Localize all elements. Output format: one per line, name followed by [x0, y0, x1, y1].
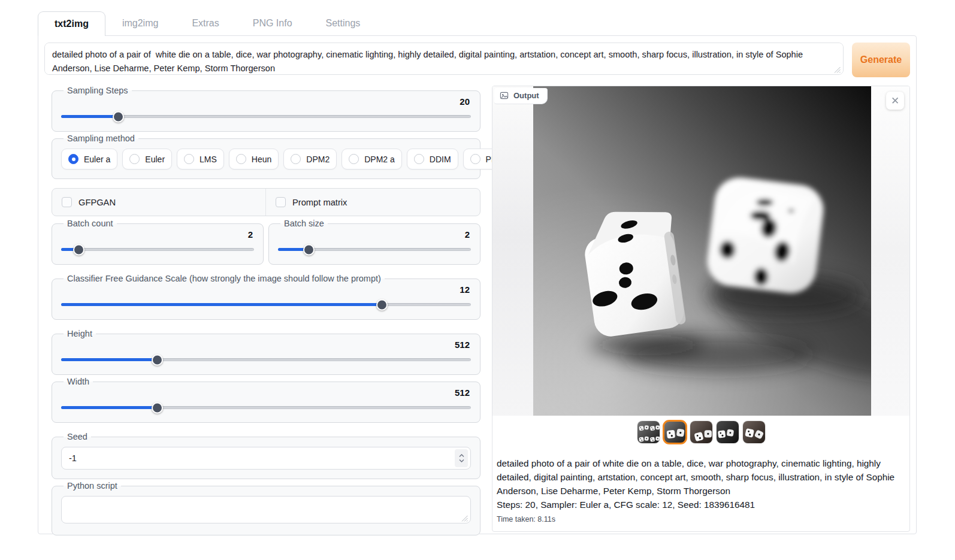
output-panel: Output ✕ — [492, 86, 910, 532]
radio-icon — [236, 154, 246, 164]
tab-img2img[interactable]: img2img — [105, 11, 175, 35]
radio-icon — [470, 154, 480, 164]
checkbox-icon — [276, 197, 286, 207]
thumbnail-row — [492, 416, 909, 449]
height-label: Height — [64, 329, 96, 338]
output-gallery: Output ✕ — [492, 86, 909, 416]
python-script-input[interactable] — [61, 496, 471, 523]
radio-dpm2[interactable]: DPM2 — [283, 149, 337, 169]
sampling-steps-slider[interactable] — [61, 111, 471, 122]
radio-icon — [414, 154, 424, 164]
spinner-down-icon[interactable] — [459, 459, 464, 462]
output-prompt-text: detailed photo of a pair of white die on… — [497, 457, 905, 498]
image-icon — [500, 91, 509, 100]
gfpgan-checkbox[interactable]: GFPGAN — [52, 189, 266, 216]
tab-png-info[interactable]: PNG Info — [236, 11, 309, 35]
seed-group: Seed — [52, 432, 480, 479]
slider-thumb[interactable] — [376, 299, 388, 310]
output-params-text: Steps: 20, Sampler: Euler a, CFG scale: … — [497, 498, 905, 512]
slider-thumb[interactable] — [303, 244, 315, 255]
slider-thumb[interactable] — [113, 111, 124, 122]
prompt-row: detailed photo of a pair of white die on… — [44, 43, 910, 77]
radio-euler[interactable]: Euler — [122, 149, 172, 169]
main-container: detailed photo of a pair of white die on… — [38, 35, 917, 534]
sampling-steps-value: 20 — [61, 96, 470, 107]
output-caption: detailed photo of a pair of white die on… — [492, 449, 909, 531]
thumbnail-5[interactable] — [743, 421, 765, 443]
sampling-steps-group: Sampling Steps 20 — [52, 86, 480, 132]
radio-dpm2-a[interactable]: DPM2 a — [341, 149, 402, 169]
resize-handle-icon[interactable] — [461, 515, 468, 522]
batch-size-slider[interactable] — [278, 244, 471, 255]
slider-thumb[interactable] — [152, 402, 163, 413]
number-stepper-icons[interactable] — [455, 449, 468, 467]
radio-label: LMS — [200, 155, 217, 164]
batch-size-group: Batch size 2 — [268, 219, 480, 265]
radio-icon — [129, 154, 140, 164]
gfpgan-label: GFPGAN — [78, 198, 116, 207]
tab-settings[interactable]: Settings — [309, 11, 377, 35]
height-value: 512 — [61, 340, 470, 350]
batch-count-label: Batch count — [64, 219, 117, 228]
settings-column: Sampling Steps 20 Sampling method Euler … — [44, 86, 480, 535]
radio-icon — [349, 154, 359, 164]
generated-image[interactable] — [533, 86, 871, 416]
radio-icon — [184, 154, 194, 164]
prompt-input[interactable]: detailed photo of a pair of white die on… — [44, 43, 844, 75]
thumbnail-1[interactable] — [637, 421, 660, 443]
prompt-matrix-checkbox[interactable]: Prompt matrix — [266, 189, 480, 216]
generate-button[interactable]: Generate — [852, 43, 910, 77]
width-label: Width — [64, 377, 93, 386]
thumbnail-4[interactable] — [717, 421, 739, 443]
cfg-scale-label: Classifier Free Guidance Scale (how stro… — [64, 274, 385, 283]
width-slider[interactable] — [61, 402, 471, 413]
checkbox-icon — [62, 197, 72, 207]
radio-label: Heun — [252, 155, 271, 164]
slider-thumb[interactable] — [73, 244, 84, 255]
thumbnail-3[interactable] — [690, 421, 712, 443]
gallery-side-blur — [871, 86, 909, 416]
python-script-label: Python script — [64, 481, 121, 491]
batch-size-value: 2 — [278, 229, 470, 240]
height-group: Height 512 — [52, 329, 480, 375]
cfg-scale-slider[interactable] — [61, 299, 471, 310]
sampling-steps-label: Sampling Steps — [64, 86, 132, 95]
time-taken-text: Time taken: 8.11s — [497, 514, 905, 525]
tab-txt2img[interactable]: txt2img — [38, 11, 105, 36]
radio-icon — [291, 154, 301, 164]
seed-label: Seed — [64, 432, 91, 441]
radio-label: DPM2 a — [364, 155, 395, 164]
thumbnail-2-selected[interactable] — [664, 421, 686, 443]
radio-label: DDIM — [430, 155, 451, 164]
python-script-group: Python script — [52, 481, 480, 535]
radio-heun[interactable]: Heun — [229, 149, 279, 169]
radio-ddim[interactable]: DDIM — [407, 149, 458, 169]
radio-label: Euler — [145, 155, 165, 164]
height-slider[interactable] — [61, 354, 471, 365]
toggles-row: GFPGAN Prompt matrix — [52, 188, 480, 216]
batch-count-group: Batch count 2 — [52, 219, 264, 265]
width-group: Width 512 — [52, 377, 480, 423]
width-value: 512 — [61, 388, 470, 398]
spinner-up-icon[interactable] — [459, 454, 464, 458]
radio-label: Euler a — [84, 155, 110, 164]
app-root: txt2img img2img Extras PNG Info Settings… — [0, 0, 955, 534]
radio-label: DPM2 — [306, 155, 330, 164]
radio-euler-a[interactable]: Euler a — [61, 149, 117, 169]
output-label: Output — [494, 88, 548, 104]
radio-icon — [68, 154, 78, 164]
batch-count-value: 2 — [61, 229, 253, 240]
gallery-side-blur — [492, 86, 533, 416]
tab-extras[interactable]: Extras — [175, 11, 235, 35]
sampling-method-group: Sampling method Euler a Euler LMS Heun D… — [52, 134, 480, 179]
resize-handle-icon[interactable] — [834, 66, 841, 73]
radio-lms[interactable]: LMS — [177, 149, 224, 169]
slider-thumb[interactable] — [152, 354, 163, 365]
tab-bar: txt2img img2img Extras PNG Info Settings — [38, 11, 917, 35]
output-label-text: Output — [513, 91, 539, 100]
seed-input[interactable] — [61, 447, 471, 470]
batch-count-slider[interactable] — [61, 244, 254, 255]
sampling-method-label: Sampling method — [64, 134, 138, 143]
prompt-matrix-label: Prompt matrix — [292, 198, 347, 207]
close-icon[interactable]: ✕ — [886, 92, 904, 110]
